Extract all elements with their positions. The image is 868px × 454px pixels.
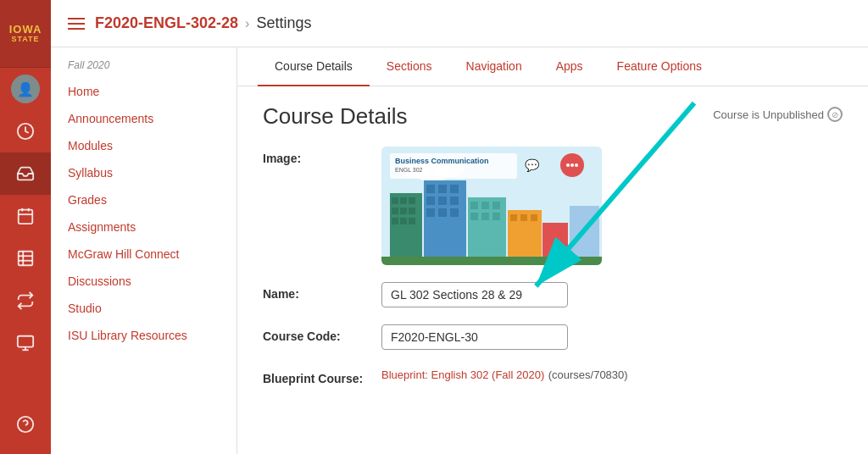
- tab-apps[interactable]: Apps: [539, 47, 600, 86]
- semester-label: Fall 2020: [51, 47, 236, 78]
- nav-studio[interactable]: Studio: [51, 295, 236, 322]
- logo-iowa: IOWA: [9, 24, 42, 35]
- blueprint-value: Blueprint: English 302 (Fall 2020) (cour…: [381, 367, 843, 382]
- nav-syllabus[interactable]: Syllabus: [51, 159, 236, 186]
- nav-isu-library[interactable]: ISU Library Resources: [51, 322, 236, 349]
- name-input[interactable]: [381, 282, 568, 307]
- tab-navigation[interactable]: Navigation: [449, 47, 539, 86]
- gradebook-sidebar-icon[interactable]: [0, 237, 51, 280]
- svg-point-58: [566, 163, 570, 167]
- name-value: [381, 282, 843, 307]
- blueprint-courses-text: (courses/70830): [548, 368, 628, 381]
- help-icon: [16, 415, 35, 434]
- image-value: Business Communication ENGL 302 💬: [381, 147, 843, 265]
- svg-rect-34: [450, 197, 459, 205]
- svg-rect-27: [409, 218, 415, 224]
- commons-icon: [16, 291, 35, 310]
- svg-rect-19: [392, 197, 398, 204]
- nav-discussions[interactable]: Discussions: [51, 268, 236, 295]
- svg-text:Business Communication: Business Communication: [395, 157, 489, 165]
- logo-state: STATE: [11, 35, 39, 44]
- city-illustration: Business Communication ENGL 302 💬: [381, 147, 602, 265]
- commons-sidebar-icon[interactable]: [0, 280, 51, 322]
- course-code-input[interactable]: [381, 324, 568, 350]
- inbox-icon: [16, 164, 35, 183]
- svg-rect-43: [481, 213, 489, 220]
- svg-rect-32: [426, 197, 435, 205]
- course-code-row: Course Code:: [263, 324, 843, 350]
- course-image[interactable]: Business Communication ENGL 302 💬: [381, 147, 602, 265]
- tab-course-details[interactable]: Course Details: [258, 47, 370, 86]
- svg-rect-39: [470, 202, 478, 209]
- blueprint-row: Blueprint Course: Blueprint: English 302…: [263, 367, 843, 385]
- calendar-sidebar-icon[interactable]: [0, 195, 51, 237]
- svg-rect-9: [18, 336, 33, 347]
- iowa-state-logo: IOWA STATE: [0, 0, 51, 68]
- svg-rect-26: [400, 218, 407, 224]
- svg-rect-35: [426, 208, 435, 217]
- svg-rect-40: [481, 202, 489, 209]
- blueprint-link[interactable]: Blueprint: English 302 (Fall 2020): [381, 368, 544, 381]
- nav-modules[interactable]: Modules: [51, 132, 236, 159]
- hamburger-menu[interactable]: [68, 18, 85, 30]
- computer-icon: [16, 334, 35, 352]
- clock-icon: [16, 122, 35, 141]
- gradebook-icon: [16, 249, 35, 268]
- course-details-section: Course Details Course is Unpublished ⊘ I…: [237, 86, 868, 419]
- breadcrumb-course-link[interactable]: F2020-ENGL-302-28: [95, 14, 238, 32]
- svg-rect-25: [392, 218, 398, 224]
- nav-home[interactable]: Home: [51, 78, 236, 105]
- svg-text:ENGL 302: ENGL 302: [395, 167, 423, 173]
- image-row: Image:: [263, 147, 843, 265]
- svg-rect-30: [438, 185, 447, 193]
- svg-rect-31: [450, 185, 459, 193]
- tab-sections[interactable]: Sections: [370, 47, 449, 86]
- svg-rect-42: [470, 213, 478, 220]
- tabs-bar: Course Details Sections Navigation Apps …: [237, 47, 868, 86]
- svg-rect-37: [450, 208, 459, 217]
- unpublished-badge: Course is Unpublished ⊘: [713, 107, 843, 122]
- content-area: Fall 2020 Home Announcements Modules Syl…: [51, 47, 868, 454]
- image-label: Image:: [263, 147, 364, 165]
- blueprint-label: Blueprint Course:: [263, 367, 364, 385]
- course-code-value: [381, 324, 843, 350]
- svg-rect-36: [438, 208, 447, 217]
- svg-rect-33: [438, 197, 447, 205]
- svg-rect-20: [400, 197, 407, 204]
- clock-sidebar-icon[interactable]: [0, 110, 51, 152]
- svg-point-60: [575, 163, 578, 167]
- nav-assignments[interactable]: Assignments: [51, 213, 236, 241]
- svg-rect-29: [426, 185, 435, 193]
- course-code-label: Course Code:: [263, 324, 364, 343]
- sidebar: IOWA STATE 👤: [0, 0, 51, 454]
- main-panel: Course Details Sections Navigation Apps …: [237, 47, 868, 454]
- tab-feature-options[interactable]: Feature Options: [600, 47, 719, 86]
- svg-rect-44: [492, 213, 500, 220]
- svg-rect-47: [520, 214, 527, 221]
- svg-rect-24: [409, 208, 415, 214]
- unpublished-icon: ⊘: [827, 107, 843, 122]
- computer-sidebar-icon[interactable]: [0, 322, 51, 364]
- nav-announcements[interactable]: Announcements: [51, 105, 236, 132]
- svg-rect-46: [510, 214, 517, 221]
- breadcrumb-current-page: Settings: [256, 14, 311, 32]
- svg-text:💬: 💬: [525, 158, 540, 173]
- name-row: Name:: [263, 282, 843, 307]
- inbox-sidebar-icon[interactable]: [0, 152, 51, 195]
- svg-rect-51: [381, 257, 602, 265]
- svg-rect-23: [400, 208, 407, 214]
- calendar-icon: [16, 207, 35, 225]
- svg-rect-1: [19, 210, 33, 224]
- nav-mcgrawhill[interactable]: McGraw Hill Connect: [51, 241, 236, 268]
- user-avatar: 👤: [11, 75, 40, 103]
- avatar-sidebar-icon[interactable]: 👤: [0, 68, 51, 110]
- topbar: F2020-ENGL-302-28 › Settings: [51, 0, 868, 47]
- nav-grades[interactable]: Grades: [51, 186, 236, 213]
- svg-point-59: [570, 163, 574, 167]
- help-sidebar-icon[interactable]: [0, 403, 51, 446]
- svg-rect-21: [409, 197, 415, 204]
- svg-rect-50: [570, 206, 599, 265]
- left-navigation: Fall 2020 Home Announcements Modules Syl…: [51, 47, 237, 454]
- name-label: Name:: [263, 282, 364, 301]
- breadcrumb-separator: ›: [245, 16, 249, 31]
